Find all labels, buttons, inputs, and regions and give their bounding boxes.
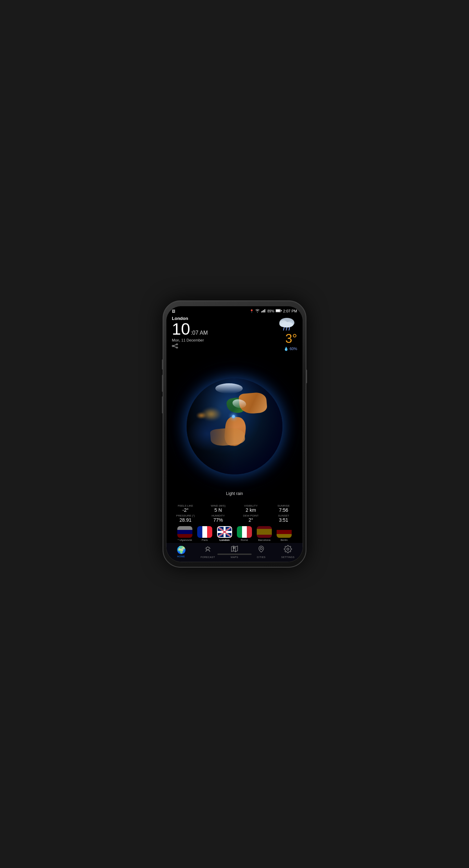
flag-uk: [217, 526, 232, 538]
weather-icon-large: [277, 316, 297, 331]
rain-chance: 💧 60%: [284, 347, 297, 351]
weather-condition: Light rain: [226, 491, 243, 496]
svg-point-24: [287, 548, 289, 550]
city-label-barcelona: Barcelona: [258, 538, 270, 542]
forecast-icon: [204, 545, 212, 555]
svg-rect-3: [264, 309, 265, 312]
svg-rect-0: [261, 311, 262, 312]
phone-device: 🖼 📍: [163, 300, 306, 568]
city-item-berlin[interactable]: Berlin: [275, 526, 293, 542]
earth-globe-container: Light rain: [166, 351, 303, 501]
nav-settings[interactable]: SETTINGS: [279, 545, 296, 558]
nav-forecast-label: FORECAST: [201, 556, 215, 558]
city-label-london: London: [219, 538, 229, 542]
city-item-london[interactable]: London: [215, 526, 234, 542]
city-item-paris[interactable]: Paris: [195, 526, 214, 542]
share-icon[interactable]: [172, 344, 208, 349]
city-item-ulyanovsk[interactable]: * Ulyanovsk: [176, 526, 194, 542]
home-indicator[interactable]: [217, 554, 252, 555]
pressure-stat: Pressure (") 28.91: [170, 514, 201, 523]
location-time-block: London 10 :07 AM Mon, 11 December: [172, 316, 208, 349]
flag-spain: [257, 526, 272, 538]
flag-italy: [237, 526, 252, 538]
city-label-ulyanovsk: * Ulyanovsk: [178, 538, 192, 542]
nav-cities-label: CITIES: [257, 556, 266, 558]
battery-percent: 89%: [267, 309, 274, 313]
visibility-value: 2 km: [235, 507, 267, 513]
bottom-navigation: 🌍 HOME: [166, 543, 303, 562]
svg-rect-7: [281, 310, 282, 311]
sunrise-value: 7:56: [268, 507, 300, 513]
battery-icon: [276, 309, 282, 313]
sunrise-label: Sunrise: [268, 504, 300, 507]
wind-value: 5 N: [203, 507, 234, 513]
dew-point-label: Dew Point: [235, 514, 267, 517]
status-bar: 🖼 📍: [166, 306, 303, 314]
flag-france: [197, 526, 212, 538]
camera-button[interactable]: [162, 396, 163, 413]
svg-line-11: [174, 345, 176, 346]
temperature-display: 3°: [286, 332, 297, 346]
nav-cities[interactable]: CITIES: [253, 545, 270, 558]
visibility-stat: Visibility 2 km: [235, 504, 267, 513]
svg-line-19: [289, 327, 290, 330]
feels-like-label: Feels like: [170, 504, 201, 507]
pressure-value: 28.91: [170, 517, 201, 523]
nav-home[interactable]: 🌍 HOME: [173, 546, 190, 558]
nav-forecast[interactable]: FORECAST: [199, 545, 216, 558]
nav-home-label: HOME: [177, 555, 185, 558]
city-label-berlin: Berlin: [281, 538, 288, 542]
dew-point-stat: Dew Point 2°: [235, 514, 267, 523]
time-hour: 10: [172, 321, 190, 337]
pressure-label: Pressure ("): [170, 514, 201, 517]
weather-stats-grid: Feels like -2° Wind (m/s) 5 N Visibility…: [166, 501, 303, 524]
svg-line-12: [174, 346, 176, 347]
city-selector: * Ulyanovsk Paris London R: [166, 524, 303, 543]
settings-icon: [284, 545, 292, 555]
flag-germany: [277, 526, 292, 538]
svg-line-18: [286, 327, 287, 330]
svg-line-17: [283, 327, 284, 330]
city-label-paris: Paris: [202, 538, 208, 542]
location-icon: 📍: [250, 309, 254, 313]
cities-icon: [257, 545, 265, 555]
nav-maps[interactable]: MAPS: [226, 545, 243, 558]
svg-rect-2: [263, 310, 264, 312]
weather-right-block: 3° 💧 60%: [277, 316, 297, 351]
city-item-rome[interactable]: Rome: [235, 526, 254, 542]
wifi-icon: [255, 309, 260, 313]
sunset-label: Sunset: [268, 514, 300, 517]
volume-up-button[interactable]: [162, 359, 163, 370]
sunset-stat: Sunset 3:51: [268, 514, 300, 523]
humidity-label: Humidity: [203, 514, 234, 517]
svg-point-23: [260, 547, 262, 549]
svg-rect-1: [262, 311, 263, 312]
visibility-label: Visibility: [235, 504, 267, 507]
city-item-barcelona[interactable]: Barcelona: [255, 526, 274, 542]
svg-rect-6: [276, 310, 280, 312]
svg-point-16: [281, 322, 293, 327]
wind-label: Wind (m/s): [203, 504, 234, 507]
power-button[interactable]: [306, 370, 307, 383]
humidity-value: 77%: [203, 517, 234, 523]
feels-like-value: -2°: [170, 507, 201, 513]
svg-rect-4: [265, 309, 266, 312]
earth-glow: [187, 379, 282, 474]
svg-point-20: [206, 547, 209, 550]
wind-stat: Wind (m/s) 5 N: [203, 504, 234, 513]
status-bar-right: 📍: [250, 309, 297, 313]
gallery-icon: 🖼: [172, 309, 175, 313]
city-label-rome: Rome: [241, 538, 248, 542]
clock-time: 2:07 PM: [283, 309, 297, 313]
signal-icon: [261, 309, 266, 313]
home-icon: 🌍: [177, 546, 186, 555]
nav-settings-label: SETTINGS: [281, 556, 294, 558]
sunrise-stat: Sunrise 7:56: [268, 504, 300, 513]
weather-app: London 10 :07 AM Mon, 11 December: [166, 314, 303, 562]
svg-point-8: [172, 345, 174, 347]
phone-screen: 🖼 📍: [166, 306, 303, 562]
svg-point-9: [176, 344, 178, 345]
volume-down-button[interactable]: [162, 375, 163, 392]
feels-like-stat: Feels like -2°: [170, 504, 201, 513]
time-display: 10 :07 AM: [172, 321, 208, 337]
